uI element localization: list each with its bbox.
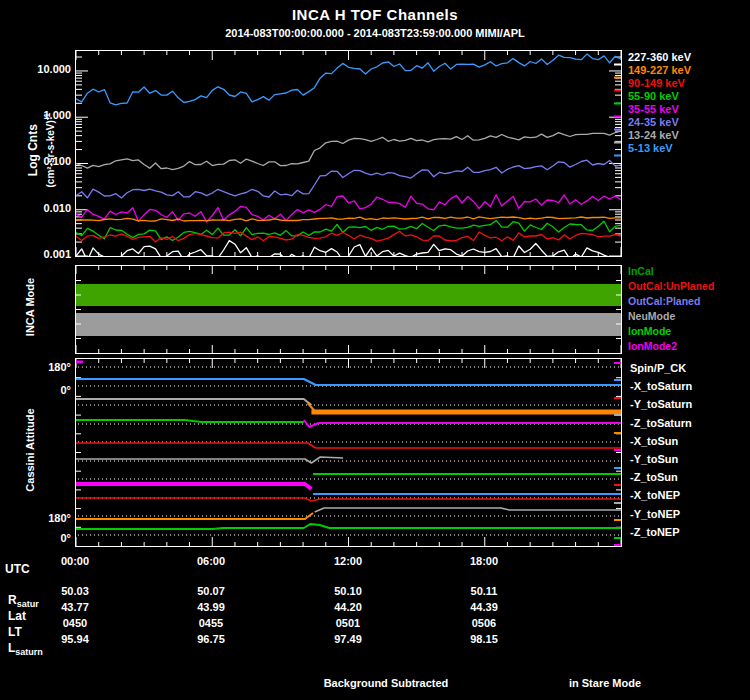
flux-trace-5-13-keV (76, 54, 621, 105)
flux-trace-90-149-keV (76, 231, 621, 242)
attitude-legend-item-Spin-P-CK: Spin/P_CK (630, 359, 692, 377)
legend-item-90-149-keV: 90-149 keV (628, 77, 691, 90)
mode-legend-item-InCal: InCal (628, 264, 714, 279)
attitude-line-gray-b (76, 457, 343, 463)
attitude-plot-canvas (76, 359, 621, 546)
table-cell: 95.94 (45, 633, 105, 645)
attitude-line-green-c (76, 524, 621, 529)
table-cell: 98.15 (454, 633, 514, 645)
table-cell: 96.75 (181, 633, 241, 645)
utc-tick-label: 12:00 (318, 555, 378, 567)
mode-legend-item-IonMode2: IonMode2 (628, 339, 714, 354)
inca-mode-panel (75, 265, 622, 354)
table-cell: 50.10 (318, 585, 378, 597)
flux-units-base: (cm²-sr-s-keV) (45, 120, 56, 187)
attitude-legend-item--X-toSun: -X_toSun (630, 432, 692, 450)
mode-ticks-canvas (76, 266, 621, 353)
table-cell: 44.39 (454, 601, 514, 613)
background-subtracted-note: Background Subtracted (286, 677, 486, 689)
table-row-label-L: Lsaturn (8, 641, 43, 657)
flux-ytick-label: 0.010 (0, 202, 71, 214)
attitude-legend-item--Z-toNEP: -Z_toNEP (630, 523, 692, 541)
flux-y-axis-units: (cm²-sr-s-keV)-1 (40, 46, 58, 254)
attitude-ytick-label: 0° (0, 532, 71, 544)
mode-legend-item-OutCal-UnPlaned: OutCal:UnPlaned (628, 279, 714, 294)
mode-legend-item-NeuMode: NeuMode (628, 309, 714, 324)
flux-trace-55-90-keV (76, 220, 621, 240)
table-cell: 43.99 (181, 601, 241, 613)
flux-ytick-label: 10.000 (0, 63, 71, 75)
table-cell: 0455 (181, 617, 241, 629)
legend-item-55-90-keV: 55-90 keV (628, 90, 691, 103)
table-cell: 50.07 (181, 585, 241, 597)
flux-trace-13-24-keV (76, 131, 621, 170)
flux-y-axis-label-text: Log Cnts (26, 46, 40, 254)
table-row-label-Lat: Lat (8, 609, 26, 623)
attitude-line-gray-a (76, 399, 311, 405)
table-cell: 50.11 (454, 585, 514, 597)
flux-plot-panel (75, 50, 622, 257)
attitude-legend-item--Z-toSaturn: -Z_toSaturn (630, 414, 692, 432)
cassini-attitude-panel (75, 358, 622, 547)
flux-ytick-label: 0.100 (0, 155, 71, 167)
table-cell: 0450 (45, 617, 105, 629)
utc-tick-label: 00:00 (45, 555, 105, 567)
energy-channel-legend: 227-360 keV149-227 keV90-149 keV55-90 ke… (628, 51, 691, 155)
attitude-line-green-a (76, 420, 304, 422)
legend-item-149-227-keV: 149-227 keV (628, 64, 691, 77)
flux-plot-canvas (76, 51, 621, 256)
attitude-legend-item--Y-toSaturn: -Y_toSaturn (630, 395, 692, 413)
table-row-label-R: Rsatur (8, 593, 39, 609)
legend-item-227-360-keV: 227-360 keV (628, 51, 691, 64)
table-cell: 43.77 (45, 601, 105, 613)
table-cell: 0501 (318, 617, 378, 629)
attitude-line-magenta-thick (76, 484, 311, 489)
stare-mode-note: in Stare Mode (545, 677, 665, 689)
table-cell: 0506 (454, 617, 514, 629)
page-title: INCA H TOF Channels (0, 6, 750, 23)
flux-y-axis-label: Log Cnts (cm²-sr-s-keV)-1 (26, 46, 58, 254)
table-row-label-LT: LT (8, 625, 22, 639)
attitude-legend-item--Z-toSun: -Z_toSun (630, 468, 692, 486)
flux-trace-149-227-keV (76, 217, 621, 221)
table-cell: 44.20 (318, 601, 378, 613)
utc-tick-label: 18:00 (454, 555, 514, 567)
attitude-legend-item--Y-toSun: -Y_toSun (630, 450, 692, 468)
attitude-ytick-label: 0° (0, 384, 71, 396)
mode-panel-label: INCA Mode (24, 247, 36, 367)
attitude-line-magenta-a (304, 420, 621, 427)
legend-item-5-13-keV: 5-13 keV (628, 142, 691, 155)
attitude-ytick-label: 180° (0, 512, 71, 524)
attitude-line-red-b (76, 498, 621, 501)
legend-item-24-35-keV: 24-35 keV (628, 116, 691, 129)
legend-item-35-55-keV: 35-55 keV (628, 103, 691, 116)
legend-item-13-24-keV: 13-24 keV (628, 129, 691, 142)
attitude-legend-item--X-toNEP: -X_toNEP (630, 486, 692, 504)
table-cell: 97.49 (318, 633, 378, 645)
utc-tick-label: 06:00 (181, 555, 241, 567)
flux-ytick-label: 1.000 (0, 109, 71, 121)
attitude-legend: Spin/P_CK-X_toSaturn-Y_toSaturn-Z_toSatu… (630, 359, 692, 541)
inca-tof-plot-screen: INCA H TOF Channels 2014-083T00:00:00.00… (0, 0, 750, 700)
attitude-legend-item--Y-toNEP: -Y_toNEP (630, 505, 692, 523)
inca-mode-legend: InCalOutCal:UnPlanedOutCal:PlanedNeuMode… (628, 264, 714, 354)
mode-legend-item-OutCal-Planed: OutCal:Planed (628, 294, 714, 309)
utc-axis-label: UTC (5, 562, 30, 576)
attitude-legend-item--X-toSaturn: -X_toSaturn (630, 377, 692, 395)
attitude-line-gray-c (315, 508, 621, 512)
attitude-line-blue-a (76, 379, 621, 385)
mode-legend-item-IonMode: IonMode (628, 324, 714, 339)
time-range-subtitle: 2014-083T00:00:00.000 - 2014-083T23:59:0… (0, 27, 750, 39)
attitude-ytick-label: 180° (0, 361, 71, 373)
attitude-line-red-a (76, 443, 621, 448)
table-cell: 50.03 (45, 585, 105, 597)
